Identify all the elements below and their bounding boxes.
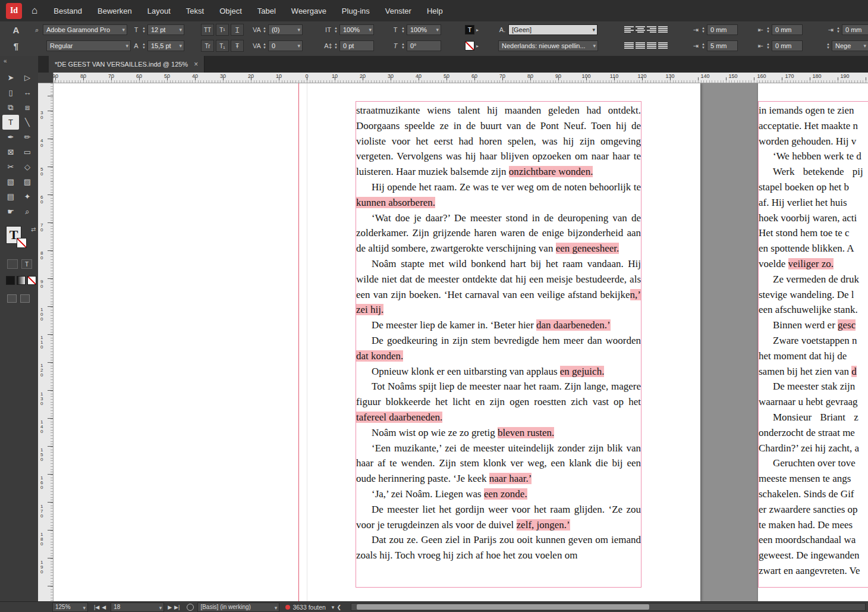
justify-all-button[interactable]: [658, 42, 668, 49]
menu-tekst[interactable]: Tekst: [178, 7, 212, 15]
space-before-stepper[interactable]: [836, 26, 840, 33]
collapse-panel-icon[interactable]: «: [0, 56, 38, 64]
strikethrough-button[interactable]: Ŧ: [231, 40, 244, 52]
last-page-button[interactable]: ▶|: [174, 604, 180, 610]
baseline-shift-field[interactable]: 0 pt: [339, 40, 374, 51]
stroke-expander-icon[interactable]: ▸: [476, 43, 479, 49]
screen-mode-button[interactable]: [20, 294, 30, 303]
character-stroke-swatch[interactable]: [465, 41, 474, 51]
justify-last-left-button[interactable]: [624, 42, 634, 49]
horizontal-ruler[interactable]: 9080706050403020100102030405060708090100…: [54, 73, 868, 83]
home-icon[interactable]: ⌂: [32, 5, 37, 17]
font-family-field[interactable]: Adobe Garamond Pro: [43, 24, 127, 35]
menu-bestand[interactable]: Bestand: [46, 7, 90, 15]
character-formatting-control[interactable]: A: [12, 23, 20, 36]
apply-none-button[interactable]: [27, 276, 36, 285]
vertical-ruler[interactable]: 3040506070809010011012013014015016017018…: [38, 83, 54, 601]
apply-gradient-button[interactable]: [17, 276, 26, 285]
close-tab-icon[interactable]: ×: [194, 60, 198, 68]
font-style-field[interactable]: Regular: [46, 40, 131, 51]
superscript-button[interactable]: T¹: [216, 24, 229, 36]
page-number-field[interactable]: 18: [111, 602, 164, 612]
justify-last-right-button[interactable]: [647, 42, 656, 49]
kerning-field[interactable]: (0): [268, 24, 303, 35]
far-right-stepper[interactable]: [826, 42, 830, 49]
underline-button[interactable]: T̲: [231, 24, 244, 36]
preflight-icon[interactable]: [187, 604, 194, 611]
subscript-button[interactable]: T₁: [216, 40, 229, 52]
horizontal-scrollbar[interactable]: [351, 603, 866, 611]
small-caps-button[interactable]: Tr: [201, 40, 214, 52]
menu-help[interactable]: Help: [419, 7, 451, 15]
character-style-field[interactable]: [Geen]: [508, 24, 597, 35]
status-menu-icon[interactable]: ▾: [332, 604, 335, 610]
pen-tool[interactable]: ✒: [2, 130, 19, 145]
baseline-shift-stepper[interactable]: [334, 42, 338, 49]
indent-left-field[interactable]: 0 mm: [707, 24, 738, 35]
text-frame[interactable]: straatmuzikante wiens talent hij maanden…: [356, 101, 641, 588]
gradient-feather-tool[interactable]: ▨: [19, 174, 36, 189]
first-line-indent-stepper[interactable]: [702, 42, 705, 49]
formatting-affects-container-button[interactable]: [7, 259, 18, 269]
menu-layout[interactable]: Layout: [140, 7, 178, 15]
leading-stepper[interactable]: [142, 42, 146, 49]
ruler-corner[interactable]: [38, 73, 54, 83]
apply-color-button[interactable]: [6, 276, 15, 285]
horizontal-scale-field[interactable]: 100%: [407, 24, 441, 35]
page-tool[interactable]: ▯: [2, 85, 19, 100]
fill-expander-icon[interactable]: ▸: [476, 27, 479, 33]
zoom-tool[interactable]: ⌕: [19, 204, 36, 219]
document-tab[interactable]: *DE GEEST VAN VERSAILLES.indd @ 125% ×: [49, 56, 205, 73]
selection-tool[interactable]: ➤: [2, 70, 19, 85]
justify-last-center-button[interactable]: [636, 42, 645, 49]
content-collector-tool[interactable]: ⧉: [2, 100, 19, 115]
preflight-error-count[interactable]: 3633 fouten: [293, 604, 325, 611]
story-text-continued[interactable]: in iemands ogen te zien acceptatie. Het …: [759, 102, 868, 587]
direct-selection-tool[interactable]: ▷: [19, 70, 36, 85]
vertical-scale-field[interactable]: 100%: [339, 24, 374, 35]
tracking-stepper[interactable]: [263, 42, 266, 49]
menu-plug-ins[interactable]: Plug-ins: [334, 7, 378, 15]
last-line-indent-field[interactable]: 0 mm: [772, 40, 803, 51]
scissors-tool[interactable]: ✂: [2, 159, 19, 174]
stroke-none-swatch[interactable]: [17, 238, 27, 248]
align-right-button[interactable]: [647, 26, 656, 33]
all-caps-button[interactable]: TT: [201, 24, 214, 36]
menu-bewerken[interactable]: Bewerken: [90, 7, 140, 15]
menu-venster[interactable]: Venster: [378, 7, 419, 15]
font-search-icon[interactable]: ⌕: [33, 26, 41, 34]
zoom-level-field[interactable]: 125%: [52, 602, 88, 612]
indent-right-field[interactable]: 0 mm: [772, 24, 803, 35]
horizontal-scale-stepper[interactable]: [401, 26, 405, 33]
margin-guide[interactable]: [298, 83, 299, 601]
swap-fill-stroke-icon[interactable]: ⇄: [31, 226, 36, 233]
previous-page-button[interactable]: ◀: [102, 604, 106, 610]
note-tool[interactable]: ▤: [2, 189, 19, 204]
font-size-stepper[interactable]: [142, 26, 146, 33]
indent-left-stepper[interactable]: [702, 26, 705, 33]
align-center-button[interactable]: [636, 26, 645, 33]
font-size-field[interactable]: 12 pt: [147, 24, 184, 35]
menu-weergave[interactable]: Weergave: [284, 7, 334, 15]
fill-stroke-indicator[interactable]: T ⇄: [6, 226, 38, 253]
content-placer-tool[interactable]: ⧈: [19, 100, 36, 115]
gradient-tool[interactable]: ▧: [2, 174, 19, 189]
line-tool[interactable]: ╲: [19, 115, 36, 130]
hand-tool[interactable]: ☛: [2, 204, 19, 219]
eyedropper-tool[interactable]: ✦: [19, 189, 36, 204]
leading-field[interactable]: 15,5 pt: [147, 40, 184, 51]
menu-tabel[interactable]: Tabel: [250, 7, 284, 15]
pasteboard[interactable]: straatmuzikante wiens talent hij maanden…: [54, 83, 868, 601]
type-tool[interactable]: T: [2, 115, 19, 130]
preflight-profile-field[interactable]: [Basis] (in werking): [197, 602, 279, 612]
language-field[interactable]: Nederlands: nieuwe spellin...: [498, 40, 598, 51]
next-page-button[interactable]: ▶: [168, 604, 172, 610]
align-left-button[interactable]: [624, 26, 634, 33]
rectangle-tool[interactable]: ▭: [19, 145, 36, 159]
last-line-indent-stepper[interactable]: [766, 42, 770, 49]
first-page-button[interactable]: |◀: [94, 604, 99, 610]
justify-button[interactable]: [658, 26, 668, 33]
first-line-indent-field[interactable]: 5 mm: [707, 40, 738, 51]
story-text[interactable]: straatmuzikante wiens talent hij maanden…: [356, 102, 641, 587]
normal-view-mode-button[interactable]: [7, 294, 17, 303]
